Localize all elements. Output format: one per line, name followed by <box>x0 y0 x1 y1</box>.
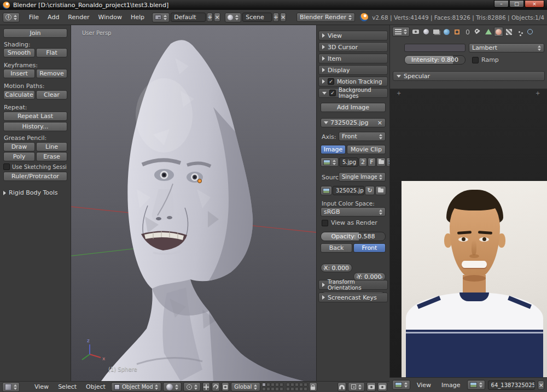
panel-motion-tracking[interactable]: ✓ Motion Tracking <box>318 77 388 86</box>
opacity-slider[interactable]: Opacity: 0.588 <box>321 232 386 241</box>
render-layers-tab-icon[interactable] <box>432 27 441 37</box>
object-menu[interactable]: Object <box>82 383 109 390</box>
panel-background-images[interactable]: ✓ Background Images <box>318 88 388 98</box>
texture-tab-icon[interactable] <box>504 27 514 37</box>
flat-button[interactable]: Flat <box>36 48 67 57</box>
delete-scene-button[interactable]: × <box>280 13 286 22</box>
manipulator-translate-toggle[interactable] <box>202 382 210 391</box>
minimize-button[interactable]: – <box>494 0 509 8</box>
add-scene-button[interactable]: + <box>273 13 279 22</box>
layer-toggle[interactable] <box>262 383 266 387</box>
background-image-entry[interactable]: 7325025.jpg × <box>321 118 386 127</box>
panel-screencast-keys[interactable]: Screencast Keys <box>318 292 388 302</box>
transform-orientation-select[interactable]: Global <box>231 382 260 391</box>
panel-item[interactable]: Item <box>318 54 388 63</box>
layer-toggle[interactable] <box>295 387 299 391</box>
select-menu[interactable]: Select <box>54 383 80 390</box>
layer-toggle[interactable] <box>304 383 307 387</box>
repeat-last-button[interactable]: Repeat Last <box>3 112 67 121</box>
screen-layout-browse-button[interactable] <box>152 13 170 22</box>
panel-specular[interactable]: Specular <box>393 71 545 81</box>
rigid-body-tools-panel[interactable]: Rigid Body Tools <box>3 189 58 196</box>
panel-3d-cursor[interactable]: 3D Cursor <box>318 42 388 52</box>
panel-transform-orientations[interactable]: Transform Orientations <box>318 280 388 290</box>
motion-tracking-checkbox[interactable]: ✓ <box>328 78 334 85</box>
image-datablock-browse-button[interactable] <box>467 380 485 390</box>
panel-view[interactable]: View <box>318 31 388 40</box>
ramp-checkbox[interactable] <box>472 57 479 63</box>
object-data-tab-icon[interactable] <box>484 27 493 37</box>
layer-toggle[interactable] <box>299 387 303 391</box>
intensity-slider[interactable]: Intensity: 0.800 <box>404 55 465 65</box>
unlink-image-button[interactable]: × <box>538 381 544 390</box>
physics-tab-icon[interactable] <box>525 27 534 37</box>
image-menu-view[interactable]: View <box>413 382 435 389</box>
menu-add[interactable]: Add <box>44 14 63 21</box>
image-users-button[interactable]: 2 <box>359 157 367 167</box>
layer-toggle[interactable] <box>275 387 279 391</box>
grease-line-button[interactable]: Line <box>36 142 67 151</box>
modifiers-tab-icon[interactable] <box>473 27 482 37</box>
menu-window[interactable]: Window <box>95 14 126 21</box>
area-corner-handle[interactable]: + <box>397 90 401 96</box>
layer-toggle[interactable] <box>286 387 290 391</box>
maximize-button[interactable]: □ <box>509 0 524 8</box>
object-tab-icon[interactable] <box>452 27 462 37</box>
reload-image-button[interactable]: ↻ <box>365 186 375 195</box>
remove-keyframe-button[interactable]: Remove <box>36 69 67 78</box>
fake-user-button[interactable]: F <box>368 157 376 167</box>
sketching-session-checkbox[interactable] <box>3 163 10 170</box>
render-tab-icon[interactable] <box>411 27 420 37</box>
layer-toggle[interactable] <box>299 383 303 387</box>
insert-keyframe-button[interactable]: Insert <box>3 69 35 78</box>
image-datablock-name[interactable]: 5.jpg <box>339 157 358 167</box>
particles-tab-icon[interactable] <box>515 27 524 37</box>
menu-file[interactable]: File <box>25 14 43 21</box>
layer-toggle[interactable] <box>262 387 266 391</box>
layer-toggle[interactable] <box>290 387 294 391</box>
layer-toggle[interactable] <box>295 383 299 387</box>
world-tab-icon[interactable] <box>442 27 451 37</box>
scene-tab-icon[interactable] <box>421 27 430 37</box>
render-engine-select[interactable]: Blender Render <box>296 13 355 22</box>
layer-toggle[interactable] <box>266 383 270 387</box>
calculate-paths-button[interactable]: Calculate <box>3 90 35 100</box>
scene-name-field[interactable]: Scene <box>242 13 272 22</box>
grease-poly-button[interactable]: Poly <box>3 152 35 161</box>
back-button[interactable]: Back <box>321 243 352 253</box>
reference-image[interactable] <box>401 181 547 378</box>
layer-toggle[interactable] <box>290 383 294 387</box>
smooth-button[interactable]: Smooth <box>3 48 35 57</box>
menu-render[interactable]: Render <box>64 14 93 21</box>
mode-select[interactable]: Object Mode <box>111 382 161 391</box>
render-opengl-button[interactable] <box>366 382 376 391</box>
add-image-button[interactable]: Add Image <box>321 103 386 112</box>
layer-toggle[interactable] <box>280 383 283 387</box>
front-button[interactable]: Front <box>353 243 386 253</box>
offset-x-field[interactable]: X: 0.000 <box>321 264 352 272</box>
image-preview-button[interactable] <box>321 186 332 195</box>
close-button[interactable]: × <box>525 0 544 8</box>
browse-file-button[interactable] <box>375 186 386 195</box>
layer-toggle[interactable] <box>266 387 270 391</box>
editor-type-button-properties[interactable] <box>392 27 410 37</box>
image-menu-image[interactable]: Image <box>438 382 464 389</box>
diffuse-shader-select[interactable]: Lambert <box>469 43 544 52</box>
snap-toggle[interactable] <box>337 382 346 391</box>
background-images-checkbox[interactable]: ✓ <box>329 90 336 96</box>
image-tab[interactable]: Image <box>321 145 346 154</box>
layer-toggle[interactable] <box>286 383 290 387</box>
scene-browse-button[interactable] <box>225 13 241 22</box>
grease-draw-button[interactable]: Draw <box>3 142 35 151</box>
manipulator-scale-toggle[interactable] <box>222 382 229 391</box>
editor-type-button-info[interactable]: i <box>3 13 20 22</box>
add-layout-button[interactable]: + <box>207 13 213 22</box>
lock-to-scene-toggle[interactable] <box>309 382 317 391</box>
image-browse-button[interactable] <box>321 157 339 167</box>
grease-erase-button[interactable]: Erase <box>36 152 67 161</box>
material-tab-icon[interactable] <box>494 27 503 37</box>
layer-toggle[interactable] <box>271 387 275 391</box>
panel-display[interactable]: Display <box>318 65 388 75</box>
colorspace-select[interactable]: sRGB <box>321 207 386 217</box>
ruler-button[interactable]: Ruler/Protractor <box>3 172 67 181</box>
